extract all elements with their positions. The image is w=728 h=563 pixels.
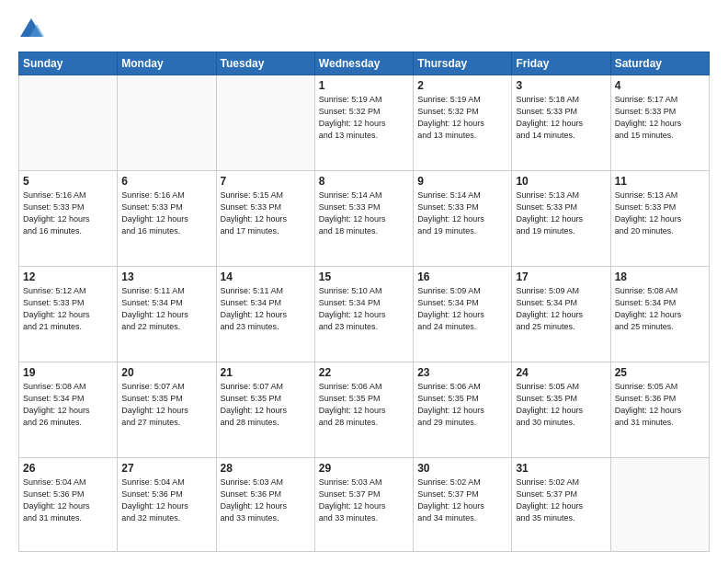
day-number: 5 [23,175,113,188]
calendar-cell: 23Sunrise: 5:06 AM Sunset: 5:35 PM Dayli… [414,362,512,458]
logo [18,17,48,42]
day-number: 18 [615,270,705,283]
day-number: 16 [417,270,507,283]
day-info: Sunrise: 5:16 AM Sunset: 5:33 PM Dayligh… [23,190,113,237]
day-info: Sunrise: 5:02 AM Sunset: 5:37 PM Dayligh… [516,477,606,524]
day-info: Sunrise: 5:05 AM Sunset: 5:35 PM Dayligh… [516,381,606,429]
calendar-cell: 3Sunrise: 5:18 AM Sunset: 5:33 PM Daylig… [512,75,610,171]
day-number: 20 [121,366,211,379]
day-info: Sunrise: 5:07 AM Sunset: 5:35 PM Dayligh… [221,381,311,429]
day-info: Sunrise: 5:11 AM Sunset: 5:34 PM Dayligh… [121,285,211,333]
day-number: 3 [516,79,606,92]
calendar-cell: 14Sunrise: 5:11 AM Sunset: 5:34 PM Dayli… [216,267,314,362]
calendar-cell: 24Sunrise: 5:05 AM Sunset: 5:35 PM Dayli… [512,362,610,458]
day-info: Sunrise: 5:19 AM Sunset: 5:32 PM Dayligh… [319,94,409,142]
calendar-header-saturday: Saturday [610,52,709,75]
day-number: 12 [23,270,113,283]
day-number: 9 [417,175,507,188]
calendar-cell: 4Sunrise: 5:17 AM Sunset: 5:33 PM Daylig… [610,75,709,171]
calendar-week-row: 19Sunrise: 5:08 AM Sunset: 5:34 PM Dayli… [19,362,710,458]
calendar-cell: 2Sunrise: 5:19 AM Sunset: 5:32 PM Daylig… [414,75,512,171]
page: SundayMondayTuesdayWednesdayThursdayFrid… [0,0,728,563]
day-number: 11 [615,175,705,188]
calendar-cell: 17Sunrise: 5:09 AM Sunset: 5:34 PM Dayli… [512,267,610,362]
day-info: Sunrise: 5:11 AM Sunset: 5:34 PM Dayligh… [221,285,311,333]
day-info: Sunrise: 5:14 AM Sunset: 5:33 PM Dayligh… [417,190,507,237]
calendar-header-monday: Monday [118,52,216,75]
day-info: Sunrise: 5:06 AM Sunset: 5:35 PM Dayligh… [417,381,507,429]
day-number: 6 [121,175,211,188]
day-number: 23 [417,366,507,379]
day-info: Sunrise: 5:14 AM Sunset: 5:33 PM Dayligh… [319,190,409,237]
day-info: Sunrise: 5:16 AM Sunset: 5:33 PM Dayligh… [121,190,211,237]
day-info: Sunrise: 5:12 AM Sunset: 5:33 PM Dayligh… [23,285,113,333]
calendar-header-wednesday: Wednesday [314,52,413,75]
day-info: Sunrise: 5:05 AM Sunset: 5:36 PM Dayligh… [615,381,705,429]
day-info: Sunrise: 5:09 AM Sunset: 5:34 PM Dayligh… [417,285,507,333]
calendar-cell: 22Sunrise: 5:06 AM Sunset: 5:35 PM Dayli… [314,362,413,458]
day-info: Sunrise: 5:07 AM Sunset: 5:35 PM Dayligh… [121,381,211,429]
calendar-week-row: 12Sunrise: 5:12 AM Sunset: 5:33 PM Dayli… [19,267,710,362]
calendar-cell: 18Sunrise: 5:08 AM Sunset: 5:34 PM Dayli… [610,267,709,362]
day-number: 30 [417,462,507,475]
logo-icon [18,17,44,42]
calendar-cell: 1Sunrise: 5:19 AM Sunset: 5:32 PM Daylig… [314,75,413,171]
day-number: 7 [221,175,311,188]
day-number: 25 [615,366,705,379]
day-info: Sunrise: 5:03 AM Sunset: 5:36 PM Dayligh… [221,477,311,524]
day-number: 2 [417,79,507,92]
day-info: Sunrise: 5:10 AM Sunset: 5:34 PM Dayligh… [319,285,409,333]
day-info: Sunrise: 5:09 AM Sunset: 5:34 PM Dayligh… [516,285,606,333]
calendar-header-friday: Friday [512,52,610,75]
day-number: 15 [319,270,409,283]
calendar-cell [19,75,118,171]
day-info: Sunrise: 5:13 AM Sunset: 5:33 PM Dayligh… [615,190,705,237]
day-number: 26 [23,462,113,475]
calendar-header-tuesday: Tuesday [216,52,314,75]
day-number: 27 [121,462,211,475]
day-info: Sunrise: 5:19 AM Sunset: 5:32 PM Dayligh… [417,94,507,142]
calendar-week-row: 26Sunrise: 5:04 AM Sunset: 5:36 PM Dayli… [19,458,710,552]
day-number: 28 [221,462,311,475]
calendar-cell: 16Sunrise: 5:09 AM Sunset: 5:34 PM Dayli… [414,267,512,362]
calendar-cell: 6Sunrise: 5:16 AM Sunset: 5:33 PM Daylig… [118,171,216,267]
day-info: Sunrise: 5:13 AM Sunset: 5:33 PM Dayligh… [516,190,606,237]
calendar-cell: 27Sunrise: 5:04 AM Sunset: 5:36 PM Dayli… [118,458,216,552]
day-number: 10 [516,175,606,188]
day-info: Sunrise: 5:06 AM Sunset: 5:35 PM Dayligh… [319,381,409,429]
calendar-cell [216,75,314,171]
calendar-cell: 5Sunrise: 5:16 AM Sunset: 5:33 PM Daylig… [19,171,118,267]
day-info: Sunrise: 5:17 AM Sunset: 5:33 PM Dayligh… [615,94,705,142]
calendar-cell: 31Sunrise: 5:02 AM Sunset: 5:37 PM Dayli… [512,458,610,552]
day-info: Sunrise: 5:03 AM Sunset: 5:37 PM Dayligh… [319,477,409,524]
calendar-cell: 19Sunrise: 5:08 AM Sunset: 5:34 PM Dayli… [19,362,118,458]
day-number: 22 [319,366,409,379]
calendar-cell: 21Sunrise: 5:07 AM Sunset: 5:35 PM Dayli… [216,362,314,458]
day-info: Sunrise: 5:15 AM Sunset: 5:33 PM Dayligh… [221,190,311,237]
calendar-cell: 8Sunrise: 5:14 AM Sunset: 5:33 PM Daylig… [314,171,413,267]
day-info: Sunrise: 5:04 AM Sunset: 5:36 PM Dayligh… [23,477,113,524]
day-number: 17 [516,270,606,283]
calendar-cell [118,75,216,171]
day-number: 19 [23,366,113,379]
day-number: 14 [221,270,311,283]
calendar-cell [610,458,709,552]
day-number: 31 [516,462,606,475]
calendar-cell: 12Sunrise: 5:12 AM Sunset: 5:33 PM Dayli… [19,267,118,362]
day-number: 8 [319,175,409,188]
calendar-table: SundayMondayTuesdayWednesdayThursdayFrid… [18,52,710,552]
calendar-cell: 20Sunrise: 5:07 AM Sunset: 5:35 PM Dayli… [118,362,216,458]
calendar-cell: 30Sunrise: 5:02 AM Sunset: 5:37 PM Dayli… [414,458,512,552]
calendar-cell: 29Sunrise: 5:03 AM Sunset: 5:37 PM Dayli… [314,458,413,552]
calendar-cell: 25Sunrise: 5:05 AM Sunset: 5:36 PM Dayli… [610,362,709,458]
day-number: 21 [221,366,311,379]
calendar-header-row: SundayMondayTuesdayWednesdayThursdayFrid… [19,52,710,75]
day-info: Sunrise: 5:02 AM Sunset: 5:37 PM Dayligh… [417,477,507,524]
calendar-cell: 11Sunrise: 5:13 AM Sunset: 5:33 PM Dayli… [610,171,709,267]
day-info: Sunrise: 5:18 AM Sunset: 5:33 PM Dayligh… [516,94,606,142]
calendar-header-thursday: Thursday [414,52,512,75]
day-info: Sunrise: 5:04 AM Sunset: 5:36 PM Dayligh… [121,477,211,524]
calendar-cell: 26Sunrise: 5:04 AM Sunset: 5:36 PM Dayli… [19,458,118,552]
calendar-cell: 13Sunrise: 5:11 AM Sunset: 5:34 PM Dayli… [118,267,216,362]
calendar-week-row: 1Sunrise: 5:19 AM Sunset: 5:32 PM Daylig… [19,75,710,171]
